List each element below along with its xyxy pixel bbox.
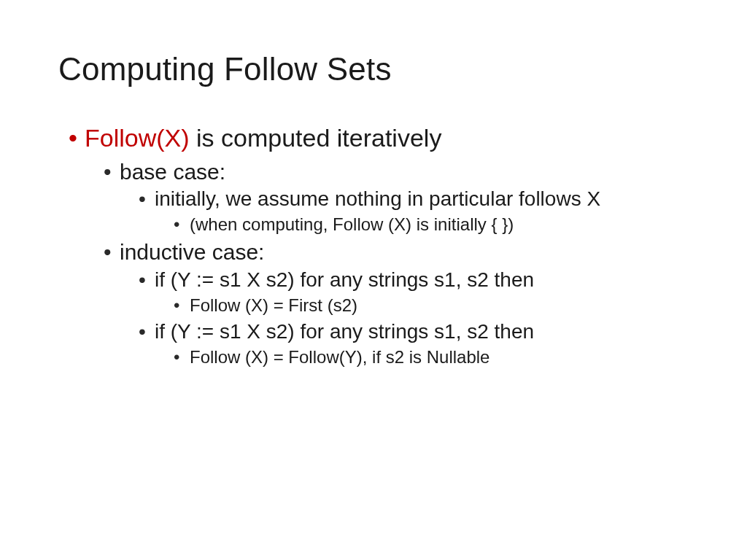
bullet-inductive-if2: if (Y := s1 X s2) for any strings s1, s2… <box>155 319 689 344</box>
slide-title: Computing Follow Sets <box>58 51 689 88</box>
bullet-base-line1: initially, we assume nothing in particul… <box>155 187 689 211</box>
bullet-inductive-rule2: Follow (X) = Follow(Y), if s2 is Nullabl… <box>190 346 689 368</box>
bullet-inductive-rule1: Follow (X) = First (s2) <box>190 294 689 316</box>
bullet-base-case: base case: <box>120 158 689 186</box>
bullet-base-line2: (when computing, Follow (X) is initially… <box>190 213 689 236</box>
bullet-main: Follow(X) is computed iteratively <box>85 122 689 154</box>
highlight-term: Follow(X) <box>85 124 190 152</box>
bullet-inductive-if1: if (Y := s1 X s2) for any strings s1, s2… <box>155 268 689 292</box>
slide: Computing Follow Sets Follow(X) is compu… <box>0 0 747 560</box>
bullet-list: Follow(X) is computed iteratively base c… <box>58 122 689 369</box>
main-rest: is computed iteratively <box>190 124 442 152</box>
bullet-inductive-case: inductive case: <box>120 238 689 266</box>
